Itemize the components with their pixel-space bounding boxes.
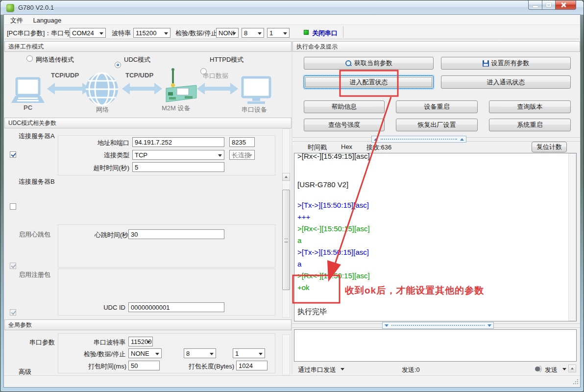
udc-id-field[interactable]	[128, 302, 224, 312]
log-done-text: 执行完毕	[297, 306, 576, 318]
hex-label[interactable]: Hex	[341, 143, 352, 150]
heartbeat-time-label: 心跳时间(秒	[89, 231, 128, 240]
menu-bar: 文件 Language	[4, 15, 580, 25]
udc-scroll-up-icon[interactable]	[282, 173, 290, 181]
timeout-label: 超时时间(秒)	[80, 164, 129, 172]
toolbar-separator	[343, 26, 343, 38]
server-a-label[interactable]: 连接服务器A	[19, 132, 55, 141]
splitter-down-icon2	[487, 324, 491, 329]
arrow-tcp2-icon	[122, 83, 162, 95]
get-params-button[interactable]: 获取当前参数	[304, 57, 434, 70]
timeout-field[interactable]	[132, 162, 224, 172]
log-splitter-handle[interactable]	[371, 136, 466, 143]
databits-select[interactable]: 8	[242, 28, 264, 38]
baud-select[interactable]: 115200	[133, 28, 170, 38]
heartbeat-label[interactable]: 启用心跳包	[19, 230, 50, 239]
conn-type-select[interactable]: TCP	[132, 150, 224, 160]
minimize-icon	[533, 6, 538, 7]
regpack-checkbox[interactable]	[10, 309, 16, 316]
query-version-button[interactable]: 查询版本	[489, 100, 571, 113]
send-button[interactable]: 发送	[545, 366, 558, 374]
udc-id-label: UDC ID	[89, 304, 125, 311]
get-params-label: 获取当前参数	[354, 59, 392, 68]
pack-len-field[interactable]	[236, 361, 268, 370]
global-scrollbar[interactable]	[282, 334, 290, 375]
app-icon	[6, 4, 14, 12]
timestamp-label[interactable]: 时间戳	[308, 143, 327, 152]
diagram-pc-label: PC	[24, 104, 32, 111]
udc-params-header: UDC模式相关参数	[4, 118, 292, 128]
maximize-button[interactable]	[542, 0, 556, 10]
serial-params-label: 串口参数	[29, 338, 55, 347]
server-b-checkbox[interactable]	[10, 203, 16, 210]
serial-device-icon	[243, 77, 270, 104]
reset-count-button[interactable]: 复位计数	[532, 142, 567, 152]
radio-httpd-label[interactable]: HTTPD模式	[210, 55, 243, 64]
send-via-dropdown-icon[interactable]	[341, 368, 344, 372]
regpack-label[interactable]: 启用注册包	[19, 270, 50, 279]
send-splitter-handle[interactable]	[382, 322, 494, 329]
pc-serial-label: [PC串口参数]：串口号	[7, 29, 70, 38]
radio-transparent-mode[interactable]	[26, 55, 33, 62]
radio-udc-label[interactable]: UDC模式	[124, 55, 150, 64]
magnifier-icon	[345, 60, 352, 67]
help-button[interactable]: 帮助信息	[304, 100, 385, 113]
server-b-label[interactable]: 连接服务器B	[19, 177, 55, 186]
com-port-select[interactable]: COM24	[70, 28, 106, 38]
stopbits-select[interactable]: 1	[267, 28, 290, 38]
send-dropdown-icon[interactable]	[562, 368, 566, 372]
pack-time-field[interactable]	[128, 361, 160, 370]
server-a-port-field[interactable]	[229, 137, 255, 147]
enter-config-button[interactable]: 进入配置状态	[304, 75, 434, 89]
global-databits-select[interactable]: 8	[184, 348, 216, 358]
heartbeat-time-field[interactable]	[128, 229, 224, 239]
reboot-device-button[interactable]: 设备重启	[396, 100, 478, 113]
close-port-button[interactable]: 关闭串口	[312, 29, 338, 38]
factory-reset-button[interactable]: 恢复出厂设置	[396, 119, 478, 131]
diagram-serial-data-label: 串口数据	[203, 72, 228, 80]
set-params-button[interactable]: 设置所有参数	[441, 57, 571, 70]
send-input[interactable]	[294, 329, 577, 362]
title-bar[interactable]: G780 V2.0.1	[0, 0, 584, 15]
diagram-tcp2-label: TCP/UDP	[125, 72, 153, 79]
heartbeat-checkbox[interactable]	[10, 263, 16, 269]
global-stopbits-select[interactable]: 1	[233, 348, 265, 358]
network-globe-icon	[86, 73, 118, 105]
pc-laptop-icon	[11, 78, 45, 103]
udc-scroll-thumb[interactable]	[282, 190, 290, 290]
arrow-tcp1-icon	[47, 83, 90, 95]
panel-divider	[292, 41, 292, 374]
server-a-address-field[interactable]	[132, 137, 224, 147]
menu-language[interactable]: Language	[29, 16, 65, 25]
keep-alive-select[interactable]: 长连接	[229, 150, 255, 160]
log-line: a	[297, 258, 576, 270]
menu-file[interactable]: 文件	[6, 15, 27, 26]
parity-select[interactable]: NONI	[216, 28, 239, 38]
system-reboot-button[interactable]: 系统重启	[489, 119, 571, 131]
floppy-icon	[483, 60, 489, 67]
send-via-serial-button[interactable]: 通过串口发送	[298, 366, 336, 374]
parity-label: 检验/数据/停止	[175, 29, 217, 38]
annotation-text: 收到ok后，才能设置其他的参数	[345, 284, 484, 297]
global-parity-select[interactable]: NONE	[128, 348, 162, 358]
splitter-up-icon	[374, 136, 378, 141]
resize-grip[interactable]	[572, 379, 578, 385]
log-scroll-up-icon[interactable]	[568, 365, 576, 372]
sent-count: 发送:0	[402, 366, 420, 374]
pack-len-label: 打包长度(Bytes)	[183, 362, 234, 371]
baud-label: 波特率	[112, 29, 131, 38]
log-line: a	[297, 235, 576, 246]
splitter-down-icon	[385, 324, 389, 329]
server-a-checkbox[interactable]	[10, 151, 16, 158]
global-parity-label: 检验/数据/停止	[79, 350, 125, 359]
minimize-button[interactable]	[528, 0, 542, 10]
global-params-header: 全局参数	[4, 319, 292, 330]
log-scrollbar[interactable]	[568, 153, 576, 321]
radio-transparent-label[interactable]: 网络透传模式	[36, 55, 74, 64]
window-title: G780 V2.0.1	[18, 4, 54, 11]
close-button[interactable]	[556, 0, 576, 10]
global-baud-select[interactable]: 115200	[128, 337, 153, 346]
enter-comm-button[interactable]: 进入通讯状态	[441, 75, 571, 89]
query-signal-button[interactable]: 查信号强度	[304, 119, 385, 131]
port-status-led-icon	[304, 30, 309, 35]
